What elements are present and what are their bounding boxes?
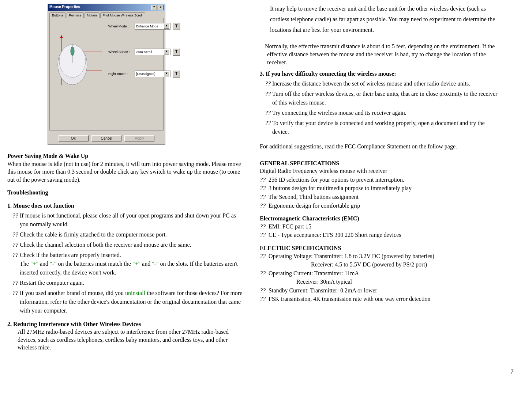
ok-button[interactable]: OK [59, 135, 89, 141]
list-item: ?? Operating Voltage: Transmitter: 1.8 t… [260, 252, 498, 260]
tab-motion[interactable]: Motion [85, 12, 100, 18]
mouse-properties-dialog: Mouse Properties ? x Buttons Pointers Mo… [48, 4, 165, 145]
list-item: ??Check the cable is firmly attached to … [7, 230, 245, 239]
text-receiver-voltage: Receiver: 4.5 to 5.5V DC (powered by PS/… [260, 261, 498, 269]
tab-wireless-scroll[interactable]: Pilot Mouse Wireless Scroll [100, 12, 145, 18]
left-column: Mouse Properties ? x Buttons Pointers Mo… [7, 4, 245, 357]
list-item: ??Check the channel selection of both th… [7, 241, 245, 249]
heading-mouse-not-function: 1. Mouse does not function [7, 202, 245, 210]
dialog-title: Mouse Properties [49, 5, 80, 10]
wheel-button-label: Wheel Button : [108, 50, 132, 54]
dialog-button-row: OK Cancel Apply [48, 132, 165, 144]
right-button-label: Right Button : [108, 72, 132, 76]
apply-button[interactable]: Apply [124, 135, 154, 141]
dialog-titlebar: Mouse Properties ? x [48, 4, 165, 11]
heading-difficulty-connecting: 3. If you have difficulty connecting the… [260, 70, 498, 78]
heading-reducing-interference: 2. Reducing Interference with Other Wire… [7, 320, 245, 328]
list-item: ??If you used another brand of mouse, di… [7, 289, 245, 315]
list-item: ?? FSK transmission, 4K transmission rat… [260, 295, 498, 303]
help-button[interactable]: ? [151, 5, 157, 10]
wheel-mode-t-button[interactable]: T [173, 23, 180, 30]
list-item: ?? Operating Current: Transmitter: 11mA [260, 269, 498, 277]
text-receiver-current: Receiver: 30mA typical [260, 278, 498, 286]
list-item: ??If mouse is not functional, please clo… [7, 211, 245, 229]
cancel-button[interactable]: Cancel [91, 135, 121, 141]
list-item: ??Try connecting the wireless mouse and … [260, 109, 498, 117]
list-item: ?? The Second, Third buttons assignment [260, 193, 498, 201]
wheel-button-t-button[interactable]: T [173, 48, 180, 56]
list-item: ?? 256 ID selections for your options to… [260, 176, 498, 184]
svg-point-6 [71, 47, 74, 56]
list-item: ??Restart the computer again. [7, 279, 245, 287]
wheel-mode-label: Wheel Mode : [108, 24, 132, 28]
list-item: ?? EMI: FCC part 15 [260, 223, 498, 231]
heading-emc: Electromagnetic Characteristics (EMC) [260, 215, 498, 223]
list-item: ?? 3 buttons design for multimedia purpo… [260, 184, 498, 192]
list-item: ??Check if the batteries are properly in… [7, 251, 245, 277]
page: Mouse Properties ? x Buttons Pointers Mo… [7, 4, 514, 357]
text-transmit-distance: Normally, the effective transmit distanc… [260, 42, 498, 66]
list-item: ?? CE - Type acceptance: ETS 300 220 Sho… [260, 231, 498, 239]
list-item: ??Turn off the other wireless devices, o… [260, 90, 498, 107]
heading-general-specs: GENERAL SPECIFICATIONS [260, 159, 498, 167]
text-fcc-suggestion: For additional suggestions, read the FCC… [260, 141, 498, 152]
chevron-down-icon: ▼ [164, 49, 169, 54]
page-number: 7 [7, 368, 514, 375]
text-power-saving: When the mouse is idle (not in use) for … [7, 160, 245, 184]
heading-power-saving: Power Saving Mode & Wake Up [7, 152, 245, 160]
list-item: ?? Standby Current: Transmitter: 0.2mA o… [260, 287, 498, 295]
chevron-down-icon: ▼ [164, 24, 169, 29]
text-general-sub: Digital Radio Frequency wireless mouse w… [260, 167, 498, 175]
chevron-down-icon: ▼ [164, 71, 169, 76]
tab-buttons[interactable]: Buttons [49, 12, 66, 18]
close-button[interactable]: x [158, 5, 164, 10]
list-item: ??Increase the distance between the set … [260, 79, 498, 88]
tab-pointers[interactable]: Pointers [67, 12, 84, 18]
right-column: It may help to move the receiver unit an… [260, 4, 498, 357]
wheel-button-dropdown[interactable]: Auto Scroll▼ [135, 49, 170, 55]
wheel-mode-dropdown[interactable]: Enhance Mode▼ [135, 23, 170, 30]
text-interference: All 27MHz radio-based devices are subjec… [7, 328, 245, 352]
right-button-dropdown[interactable]: [Unassigned]▼ [135, 71, 170, 77]
text-receiver-distance: It may help to move the receiver unit an… [260, 4, 498, 35]
dialog-panel: Wheel Mode : Enhance Mode▼ T Wheel Butto… [49, 18, 164, 130]
right-button-t-button[interactable]: T [173, 70, 180, 77]
heading-electric-specs: ELECTRIC SPECIFICATIONS [260, 244, 498, 252]
list-item: ?? Ergonomic design for comfortable grip [260, 202, 498, 210]
mouse-illustration [54, 34, 102, 88]
dialog-tabs: Buttons Pointers Motion Pilot Mouse Wire… [48, 11, 165, 18]
heading-troubleshooting: Troubleshooting [7, 189, 245, 197]
list-item: ??To verify that your device is connecte… [260, 119, 498, 136]
svg-marker-1 [60, 35, 63, 38]
